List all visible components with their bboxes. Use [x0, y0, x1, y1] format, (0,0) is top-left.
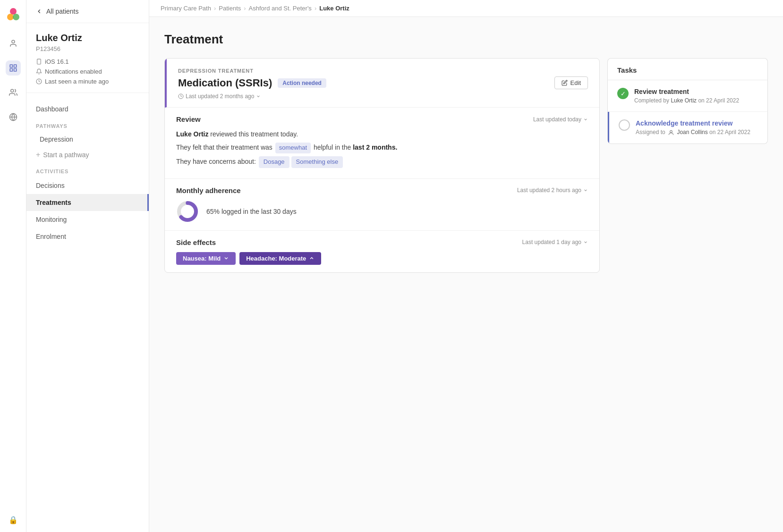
chart-nav-icon[interactable]	[6, 60, 21, 76]
treatment-title-left: Medication (SSRIs) Action needed	[178, 77, 326, 89]
svg-rect-4	[10, 65, 12, 67]
treatment-card: DEPRESSION TREATMENT Medication (SSRIs) …	[164, 58, 600, 273]
breadcrumb-sep-1: ›	[214, 5, 216, 12]
review-chevron-icon	[583, 117, 588, 122]
action-needed-badge: Action needed	[278, 78, 326, 88]
svg-point-3	[12, 40, 15, 43]
sidebar-item-start-pathway[interactable]: + Start a pathway	[26, 147, 149, 163]
sidebar-item-dashboard[interactable]: Dashboard	[26, 101, 149, 118]
breadcrumb-patients[interactable]: Patients	[219, 5, 241, 12]
page-title: Treatment	[164, 32, 768, 47]
tasks-title: Tasks	[607, 58, 768, 80]
timeframe-text: last 2 months.	[353, 144, 397, 151]
headache-label: Headache: Moderate	[246, 255, 306, 262]
back-arrow-icon	[36, 8, 43, 15]
edit-pencil-icon	[562, 80, 568, 86]
side-effects-meta: Last updated 1 day ago	[522, 239, 588, 245]
tasks-panel: Tasks ✓ Review treatment Completed by Lu…	[607, 58, 768, 144]
svg-point-8	[10, 89, 13, 92]
svg-point-1	[7, 14, 14, 20]
task-name-acknowledge: Acknowledge treatment review	[636, 119, 750, 127]
plus-icon: +	[36, 151, 40, 159]
side-effects-title: Side effects	[176, 238, 216, 246]
review-text-1: Luke Ortiz reviewed this treatment today…	[176, 129, 588, 139]
icon-rail: 🔒	[0, 0, 26, 532]
treatment-title: Medication (SSRIs)	[178, 77, 272, 89]
sidebar: All patients Luke Ortiz P123456 iOS 16.1…	[26, 0, 149, 532]
phone-icon	[36, 59, 42, 65]
nausea-chevron-icon	[223, 255, 229, 261]
edit-label: Edit	[570, 79, 581, 86]
adherence-title: Monthly adherence	[176, 186, 241, 194]
breadcrumb-hospital[interactable]: Ashford and St. Peter's	[249, 5, 312, 12]
review-text-2: They felt that their treatment was somew…	[176, 142, 588, 153]
patient-meta: iOS 16.1 Notifications enabled Last seen…	[36, 58, 139, 85]
sidebar-item-depression[interactable]: Depression	[26, 132, 149, 147]
adherence-donut-chart	[176, 200, 199, 223]
task-pending-icon[interactable]	[619, 119, 630, 131]
bell-icon	[36, 68, 42, 75]
concern-dosage-tag: Dosage	[259, 156, 289, 168]
treatment-layout: DEPRESSION TREATMENT Medication (SSRIs) …	[164, 58, 768, 273]
task-meta-review: Completed by Luke Ortiz on 22 April 2022	[634, 97, 739, 104]
clock-icon	[36, 78, 42, 84]
main-content: Primary Care Path › Patients › Ashford a…	[149, 0, 783, 532]
clock-small-icon	[178, 93, 184, 99]
svg-point-0	[10, 8, 17, 15]
last-updated-text: Last updated 2 months ago	[186, 93, 254, 100]
adherence-meta: Last updated 2 hours ago	[517, 187, 588, 194]
sidebar-navigation: Dashboard PATHWAYS Depression + Start a …	[26, 93, 149, 532]
pathways-section-label: PATHWAYS	[26, 118, 149, 132]
chevron-down-icon	[256, 94, 261, 99]
sidebar-item-decisions[interactable]: Decisions	[26, 177, 149, 194]
notifications-info: Notifications enabled	[36, 68, 139, 75]
patients-nav-icon[interactable]	[6, 36, 21, 51]
globe-nav-icon[interactable]	[6, 110, 21, 125]
task-item-acknowledge: Acknowledge treatment review Assigned to…	[608, 112, 767, 144]
breadcrumb-primary-care-path[interactable]: Primary Care Path	[161, 5, 211, 12]
nausea-tag[interactable]: Nausea: Mild	[176, 252, 236, 265]
task-content-acknowledge: Acknowledge treatment review Assigned to…	[636, 119, 750, 136]
review-section: Review Last updated today Luke Ortiz rev…	[165, 108, 599, 179]
review-patient-name: Luke Ortiz	[176, 130, 208, 138]
notifications-label: Notifications enabled	[45, 68, 102, 75]
svg-point-17	[670, 130, 672, 133]
review-text-3: They have concerns about: DosageSomethin…	[176, 156, 588, 168]
assignee-avatar-icon	[668, 129, 674, 136]
review-section-header: Review Last updated today	[176, 115, 588, 123]
back-button[interactable]: All patients	[26, 0, 149, 23]
task-meta-acknowledge: Assigned to Joan Collins on 22 April 202…	[636, 129, 750, 136]
side-effects-chevron-icon	[583, 240, 588, 245]
page-body: Treatment DEPRESSION TREATMENT Medicatio…	[149, 17, 783, 532]
side-effects-header: Side effects Last updated 1 day ago	[176, 238, 588, 246]
edit-button[interactable]: Edit	[554, 76, 588, 89]
svg-rect-7	[14, 69, 16, 71]
adherence-section: Monthly adherence Last updated 2 hours a…	[165, 179, 599, 231]
task-assignee-luke: Luke Ortiz	[671, 97, 697, 104]
adherence-row: 65% logged in the last 30 days	[176, 200, 588, 223]
sidebar-item-treatments[interactable]: Treatments	[26, 194, 149, 211]
adherence-chevron-icon	[583, 188, 588, 193]
last-seen-info: Last seen a minute ago	[36, 78, 139, 85]
patient-info: Luke Ortiz P123456 iOS 16.1 Notification…	[26, 23, 149, 93]
headache-tag[interactable]: Headache: Moderate	[239, 252, 321, 265]
nausea-label: Nausea: Mild	[183, 255, 221, 262]
lock-icon: 🔒	[9, 515, 18, 524]
sidebar-item-enrolment[interactable]: Enrolment	[26, 228, 149, 245]
task-content-review: Review treatment Completed by Luke Ortiz…	[634, 88, 739, 104]
task-assignee-joan: Joan Collins	[677, 129, 707, 135]
svg-rect-5	[14, 65, 16, 67]
sidebar-item-monitoring[interactable]: Monitoring	[26, 211, 149, 228]
breadcrumb: Primary Care Path › Patients › Ashford a…	[149, 0, 783, 17]
svg-rect-11	[37, 59, 41, 64]
headache-chevron-icon	[309, 255, 315, 261]
last-seen-label: Last seen a minute ago	[45, 78, 109, 85]
side-effects-section: Side effects Last updated 1 day ago Naus…	[165, 231, 599, 272]
device-label: iOS 16.1	[45, 58, 69, 65]
treatment-type-label: DEPRESSION TREATMENT	[178, 68, 588, 74]
back-label: All patients	[46, 8, 78, 15]
side-effects-tags: Nausea: Mild Headache: Moderate	[176, 252, 588, 265]
users-nav-icon[interactable]	[6, 85, 21, 100]
svg-rect-6	[10, 69, 12, 71]
task-item-review-treatment: ✓ Review treatment Completed by Luke Ort…	[608, 80, 767, 112]
